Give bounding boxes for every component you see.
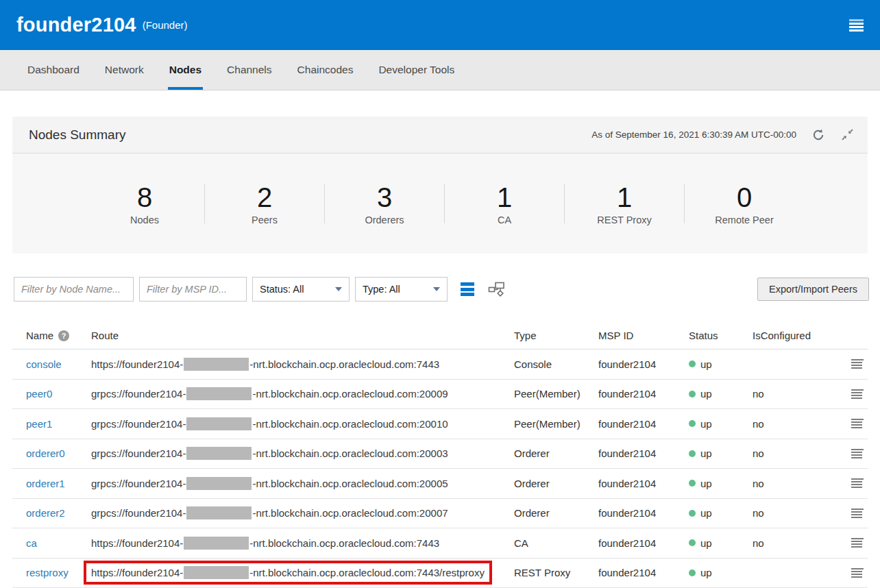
main-tabbar: Dashboard Network Nodes Channels Chainco… — [0, 50, 880, 90]
node-msp-id: founder2104 — [598, 448, 689, 459]
node-msp-id: founder2104 — [598, 478, 689, 489]
node-name-link[interactable]: orderer2 — [26, 507, 91, 519]
status-text: up — [700, 478, 712, 489]
node-is-configured: no — [753, 448, 850, 459]
tab-developer-tools[interactable]: Developer Tools — [377, 50, 456, 90]
status-dot — [689, 569, 696, 576]
node-msp-id: founder2104 — [598, 507, 689, 519]
node-name-link[interactable]: orderer1 — [26, 478, 91, 489]
stat-orderers-value: 3 — [325, 182, 444, 212]
tab-chaincodes[interactable]: Chaincodes — [296, 50, 355, 90]
export-import-peers-button[interactable]: Export/Import Peers — [757, 278, 869, 301]
nodes-summary-titlebar: Nodes Summary As of September 16, 2021 6… — [12, 117, 868, 154]
filter-msp-id-input[interactable] — [139, 277, 247, 302]
hamburger-icon[interactable] — [849, 19, 864, 32]
status-dot — [689, 420, 696, 427]
node-route: https://founder2104--nrt.blockchain.ocp.… — [91, 358, 514, 371]
filter-node-name-input[interactable] — [14, 277, 134, 302]
redaction-block — [186, 447, 252, 460]
route-cell-content: grpcs://founder2104--nrt.blockchain.ocp.… — [91, 477, 448, 490]
col-is-configured: IsConfigured — [753, 330, 850, 341]
node-name-link[interactable]: ca — [26, 537, 91, 549]
status-text: up — [700, 507, 712, 519]
stat-remote-peer-label: Remote Peer — [685, 215, 804, 225]
list-view-icon[interactable] — [461, 282, 474, 296]
tab-network[interactable]: Network — [103, 50, 145, 90]
node-name-link[interactable]: orderer0 — [26, 448, 91, 459]
tab-dashboard[interactable]: Dashboard — [26, 50, 81, 90]
status-dot — [689, 510, 696, 517]
node-name-link[interactable]: peer0 — [26, 388, 91, 400]
node-status: up — [689, 537, 753, 549]
col-name: Name — [26, 330, 53, 341]
redaction-block — [186, 477, 252, 490]
redaction-block — [184, 358, 249, 371]
node-status: up — [689, 478, 753, 489]
table-row: orderer1 grpcs://founder2104--nrt.blockc… — [12, 469, 868, 499]
status-filter-dropdown[interactable]: Status: All — [252, 277, 350, 302]
node-name-link[interactable]: restproxy — [26, 567, 91, 578]
row-menu-icon[interactable] — [851, 509, 864, 518]
row-menu-icon[interactable] — [851, 538, 864, 548]
nodes-summary-panel: Nodes Summary As of September 16, 2021 6… — [12, 117, 868, 254]
tab-channels[interactable]: Channels — [225, 50, 273, 90]
status-text: up — [700, 537, 712, 549]
route-cell-content: grpcs://founder2104--nrt.blockchain.ocp.… — [91, 447, 448, 460]
node-type: Orderer — [514, 478, 598, 489]
refresh-icon[interactable] — [811, 128, 825, 142]
node-route: https://founder2104--nrt.blockchain.ocp.… — [91, 561, 514, 585]
status-dot — [689, 539, 696, 546]
status-text: up — [700, 567, 712, 578]
stat-peers-label: Peers — [205, 215, 324, 225]
node-status: up — [689, 567, 753, 578]
node-msp-id: founder2104 — [598, 418, 689, 430]
node-route: grpcs://founder2104--nrt.blockchain.ocp.… — [91, 417, 514, 430]
row-menu-icon[interactable] — [851, 449, 864, 458]
row-menu-icon[interactable] — [851, 419, 864, 428]
table-row: peer1 grpcs://founder2104--nrt.blockchai… — [12, 409, 868, 439]
collapse-icon[interactable] — [840, 128, 854, 142]
node-route: grpcs://founder2104--nrt.blockchain.ocp.… — [91, 447, 514, 460]
col-route: Route — [91, 330, 514, 341]
node-msp-id: founder2104 — [598, 358, 689, 370]
status-dot — [689, 450, 696, 457]
redaction-block — [186, 387, 252, 400]
node-status: up — [689, 388, 753, 400]
node-name-link[interactable]: peer1 — [26, 418, 91, 430]
row-menu-icon[interactable] — [851, 359, 864, 369]
node-msp-id: founder2104 — [598, 537, 689, 549]
stat-peers-value: 2 — [205, 182, 324, 212]
app-header: founder2104 (Founder) — [0, 0, 880, 50]
stat-ca: 1 CA — [445, 182, 564, 225]
status-dot — [689, 360, 696, 367]
status-text: up — [700, 358, 712, 370]
redaction-block — [184, 566, 249, 579]
route-cell-content: https://founder2104--nrt.blockchain.ocp.… — [91, 537, 439, 550]
filter-toolbar: Status: All Type: All Export/Import Peer… — [14, 277, 869, 302]
row-menu-icon[interactable] — [851, 389, 864, 399]
node-msp-id: founder2104 — [598, 567, 689, 578]
route-cell-content: grpcs://founder2104--nrt.blockchain.ocp.… — [91, 417, 448, 430]
node-is-configured: no — [753, 478, 850, 489]
node-status: up — [689, 448, 753, 459]
node-type: Console — [514, 358, 598, 370]
table-row: restproxy https://founder2104--nrt.block… — [12, 559, 868, 588]
route-cell-content: grpcs://founder2104--nrt.blockchain.ocp.… — [91, 387, 448, 400]
node-type: Orderer — [514, 448, 598, 459]
node-type: CA — [514, 537, 598, 549]
row-menu-icon[interactable] — [851, 478, 864, 488]
stat-orderers: 3 Orderers — [325, 182, 444, 225]
nodes-stats-row: 8 Nodes 2 Peers 3 Orderers 1 CA 1 REST P… — [12, 154, 868, 254]
tab-nodes[interactable]: Nodes — [168, 50, 203, 90]
topology-view-icon[interactable] — [488, 282, 505, 297]
row-menu-icon[interactable] — [851, 568, 864, 578]
redaction-block — [186, 417, 252, 430]
stat-rest-proxy-label: REST Proxy — [565, 215, 684, 225]
node-name-link[interactable]: console — [26, 358, 91, 370]
node-route: https://founder2104--nrt.blockchain.ocp.… — [91, 537, 514, 550]
type-filter-value: Type: All — [363, 284, 400, 295]
table-row: ca https://founder2104--nrt.blockchain.o… — [12, 528, 868, 559]
help-icon[interactable]: ? — [58, 330, 69, 341]
chevron-down-icon — [433, 287, 440, 291]
type-filter-dropdown[interactable]: Type: All — [355, 277, 448, 302]
